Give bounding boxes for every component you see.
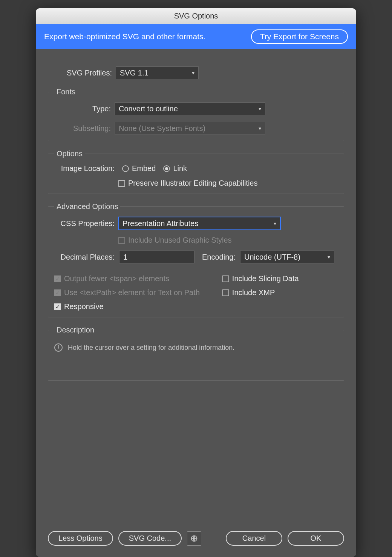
ok-button[interactable]: OK (288, 531, 344, 546)
subsetting-select: None (Use System Fonts) ▾ (115, 122, 265, 135)
chevron-down-icon: ▾ (328, 254, 330, 260)
preserve-editing-label: Preserve Illustrator Editing Capabilitie… (128, 179, 258, 188)
checkbox-icon (222, 289, 229, 296)
advanced-options-group: Advanced Options CSS Properties: Present… (48, 202, 344, 317)
include-xmp-checkbox[interactable]: Include XMP (222, 288, 299, 297)
svg-profiles-label: SVG Profiles: (48, 69, 112, 77)
decimal-places-input[interactable]: 1 (119, 251, 194, 263)
use-textpath-label: Use <textPath> element for Text on Path (64, 288, 200, 297)
cancel-button[interactable]: Cancel (226, 531, 282, 546)
chevron-down-icon: ▾ (192, 70, 194, 76)
embed-label: Embed (132, 164, 156, 173)
subsetting-value: None (Use System Fonts) (119, 124, 205, 133)
less-options-button[interactable]: Less Options (48, 531, 113, 546)
link-radio[interactable]: Link (163, 164, 187, 173)
css-properties-label: CSS Properties: (54, 219, 115, 228)
dialog-footer: Less Options SVG Code... Cancel OK (36, 523, 356, 557)
decimal-places-value: 1 (123, 253, 127, 262)
checkbox-icon: ✓ (54, 275, 61, 282)
dialog-title: SVG Options (174, 12, 218, 20)
options-group: Options Image Location: Embed Link Prese… (48, 149, 344, 194)
include-slicing-data-checkbox[interactable]: Include Slicing Data (222, 274, 299, 283)
css-properties-select[interactable]: Presentation Attributes ▾ (118, 217, 280, 230)
description-group: Description i Hold the cursor over a set… (48, 326, 344, 381)
encoding-label: Encoding: (202, 253, 236, 262)
output-fewer-tspan-checkbox: ✓ Output fewer <tspan> elements (54, 274, 200, 283)
image-location-label: Image Location: (54, 164, 115, 173)
info-icon: i (54, 343, 63, 352)
try-export-for-screens-button[interactable]: Try Export for Screens (251, 29, 348, 44)
divider (48, 269, 344, 269)
fonts-group: Fonts Type: Convert to outline ▾ Subsett… (48, 88, 344, 141)
include-unused-styles-checkbox: Include Unused Graphic Styles (118, 236, 232, 245)
encoding-select[interactable]: Unicode (UTF-8) ▾ (240, 251, 334, 263)
export-banner: Export web-optimized SVG and other forma… (36, 24, 356, 49)
subsetting-label: Subsetting: (54, 124, 111, 133)
decimal-places-label: Decimal Places: (54, 253, 115, 262)
link-label: Link (173, 164, 187, 173)
preview-in-browser-button[interactable] (187, 531, 201, 546)
description-legend: Description (54, 326, 96, 334)
css-properties-value: Presentation Attributes (122, 219, 198, 228)
encoding-value: Unicode (UTF-8) (244, 253, 300, 262)
svg-options-dialog: SVG Options Export web-optimized SVG and… (36, 8, 356, 557)
fonts-legend: Fonts (54, 88, 78, 96)
checkbox-icon (222, 275, 229, 282)
banner-text: Export web-optimized SVG and other forma… (44, 32, 205, 41)
font-type-select[interactable]: Convert to outline ▾ (115, 102, 265, 115)
globe-icon (190, 535, 198, 542)
radio-icon (163, 165, 170, 172)
checkbox-icon: ✓ (54, 303, 61, 310)
include-xmp-label: Include XMP (232, 288, 275, 297)
include-slicing-data-label: Include Slicing Data (232, 274, 299, 283)
svg-code-button[interactable]: SVG Code... (118, 531, 182, 546)
chevron-down-icon: ▾ (259, 125, 261, 131)
description-text: Hold the cursor over a setting for addit… (68, 344, 234, 352)
font-type-label: Type: (54, 105, 111, 113)
chevron-down-icon: ▾ (274, 220, 276, 226)
checkbox-icon (118, 237, 125, 244)
options-legend: Options (54, 149, 85, 158)
font-type-value: Convert to outline (119, 105, 178, 113)
responsive-label: Responsive (64, 302, 104, 311)
chevron-down-icon: ▾ (259, 106, 261, 112)
svg-profiles-value: SVG 1.1 (120, 69, 149, 77)
svg-profiles-select[interactable]: SVG 1.1 ▾ (116, 66, 199, 79)
dialog-titlebar: SVG Options (36, 8, 356, 24)
preserve-editing-checkbox[interactable]: Preserve Illustrator Editing Capabilitie… (118, 179, 258, 188)
use-textpath-checkbox: ✓ Use <textPath> element for Text on Pat… (54, 288, 200, 297)
advanced-legend: Advanced Options (54, 202, 120, 211)
include-unused-styles-label: Include Unused Graphic Styles (128, 236, 232, 245)
responsive-checkbox[interactable]: ✓ Responsive (54, 302, 200, 311)
dialog-content: SVG Profiles: SVG 1.1 ▾ Fonts Type: Conv… (36, 49, 356, 523)
embed-radio[interactable]: Embed (122, 164, 156, 173)
radio-icon (122, 165, 129, 172)
checkbox-icon (118, 180, 125, 187)
checkbox-icon: ✓ (54, 289, 61, 296)
output-fewer-tspan-label: Output fewer <tspan> elements (64, 274, 169, 283)
